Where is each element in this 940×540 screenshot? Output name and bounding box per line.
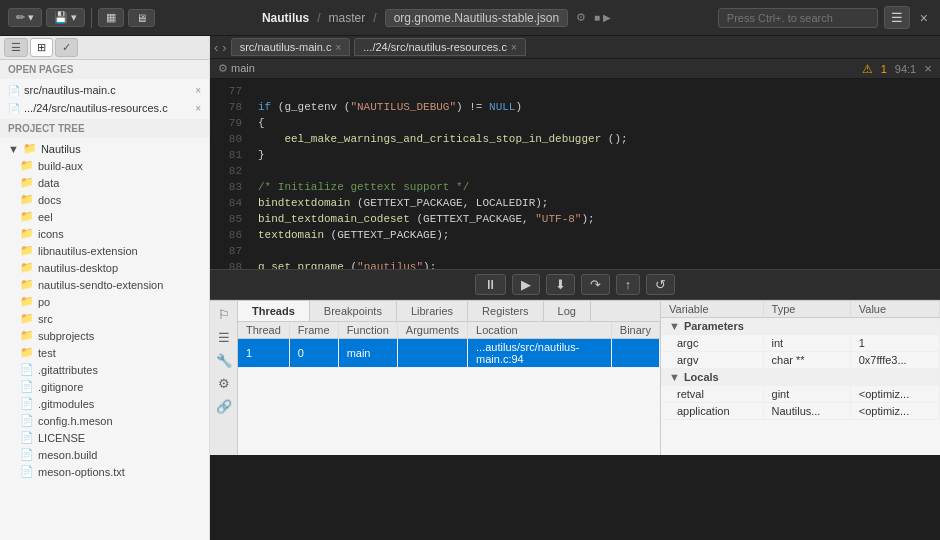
tree-item-gitmodules[interactable]: 📄 .gitmodules [0,395,209,412]
open-file-2[interactable]: 📄 .../24/src/nautilus-resources.c × [0,99,209,117]
file-tabs-bar: ‹ › src/nautilus-main.c × .../24/src/nau… [210,36,940,59]
debug-sidebar-icons: ⚐ ☰ 🔧 ⚙ 🔗 [210,301,238,455]
debug-play-button[interactable]: ▶ [512,274,540,295]
locals-section-row: ▼Locals [661,369,940,386]
save-dropdown-icon: ▾ [71,11,77,24]
tree-item-test[interactable]: 📁 test [0,344,209,361]
debug-tab-breakpoints[interactable]: Breakpoints [310,301,397,321]
tree-item-gitignore[interactable]: 📄 .gitignore [0,378,209,395]
code-editor[interactable]: 77787980 81828384 85868788 89909192 9394… [210,79,940,269]
tree-expand-arrow: ▼ [8,143,19,155]
file-tab-2[interactable]: .../24/src/nautilus-resources.c × [354,38,526,56]
debug-icon-btn-5[interactable]: 🔗 [214,397,234,416]
thread-location: ...autilus/src/nautilus-main.c:94 [468,339,612,368]
play-icon: ▶ [521,277,531,292]
file-icon-2: 📄 [8,103,20,114]
var-value-argc: 1 [850,335,939,352]
debug-restart-button[interactable]: ↺ [646,274,675,295]
pause-icon: ⏸ [484,277,497,292]
tree-item-meson-options[interactable]: 📄 meson-options.txt [0,463,209,480]
tree-item-config[interactable]: 📄 config.h.meson [0,412,209,429]
file-icon: 📄 [20,380,34,393]
tree-item-nautilus-desktop[interactable]: 📁 nautilus-desktop [0,259,209,276]
debug-icon-btn-2[interactable]: ☰ [216,328,232,347]
tree-item-gitattributes[interactable]: 📄 .gitattributes [0,361,209,378]
close-file-1[interactable]: × [195,85,201,96]
folder-icon: 📁 [20,329,34,342]
tree-item-label: config.h.meson [38,415,113,427]
tree-item-src[interactable]: 📁 src [0,310,209,327]
file-tab-2-label: .../24/src/nautilus-resources.c [363,41,507,53]
sidebar-tab-grid[interactable]: ⊞ [30,38,53,57]
menu-button[interactable]: ☰ [884,6,910,29]
debug-tab-log[interactable]: Log [544,301,591,321]
debug-step-out-button[interactable]: ↑ [616,274,641,295]
var-row-argc: argc int 1 [661,335,940,352]
file-icon: 📄 [20,465,34,478]
threads-table: Thread Frame Function Arguments Location… [238,322,660,368]
tree-item-icons[interactable]: 📁 icons [0,225,209,242]
tree-item-libnautilus[interactable]: 📁 libnautilus-extension [0,242,209,259]
line-numbers: 77787980 81828384 85868788 89909192 9394… [210,79,250,269]
close-file-2[interactable]: × [195,103,201,114]
step-into-icon: ⬇ [555,277,566,292]
col-function: Function [338,322,397,339]
tree-item-eel[interactable]: 📁 eel [0,208,209,225]
file-tab-1[interactable]: src/nautilus-main.c × [231,38,351,56]
tree-item-subprojects[interactable]: 📁 subprojects [0,327,209,344]
tree-item-label: .gitattributes [38,364,98,376]
debug-step-over-button[interactable]: ↷ [581,274,610,295]
code-area: ‹ › src/nautilus-main.c × .../24/src/nau… [210,36,940,540]
tree-item-nautilus-sendto[interactable]: 📁 nautilus-sendto-extension [0,276,209,293]
nav-forward-button[interactable]: › [222,40,226,55]
edit-dropdown-icon: ▾ [28,11,34,24]
run-controls: ■ ▶ [594,12,611,23]
global-search-input[interactable] [718,8,878,28]
debug-tab-registers[interactable]: Registers [468,301,543,321]
debug-step-into-button[interactable]: ⬇ [546,274,575,295]
debug-icon-btn-4[interactable]: ⚙ [216,374,232,393]
save-button[interactable]: 💾 ▾ [46,8,85,27]
file-icon: 📄 [20,363,34,376]
col-value: Value [850,301,939,318]
folder-icon: 📁 [20,244,34,257]
var-row-application: application Nautilus... <optimiz... [661,403,940,420]
debug-icon-btn-1[interactable]: ⚐ [216,305,232,324]
tree-item-label: meson-options.txt [38,466,125,478]
debug-tab-libraries[interactable]: Libraries [397,301,468,321]
monitor-button[interactable]: 🖥 [128,9,155,27]
close-editor-button[interactable]: × [924,61,932,76]
tree-item-meson-build[interactable]: 📄 meson.build [0,446,209,463]
code-content[interactable]: if (g_getenv ("NAUTILUS_DEBUG") != NULL)… [250,79,940,269]
debug-icon-btn-3[interactable]: 🔧 [214,351,234,370]
file-icon: 📄 [20,397,34,410]
sidebar-tab-list[interactable]: ☰ [4,38,28,57]
sidebar-tab-check[interactable]: ✓ [55,38,78,57]
open-filename-2: .../24/src/nautilus-resources.c [24,102,168,114]
thread-row-1[interactable]: 1 0 main ...autilus/src/nautilus-main.c:… [238,339,660,368]
open-file-1[interactable]: 📄 src/nautilus-main.c × [0,81,209,99]
debug-tabs: Threads Breakpoints Libraries Registers … [238,301,660,322]
col-type: Type [763,301,850,318]
layout-icon: ▦ [106,11,116,24]
edit-button[interactable]: ✏ ▾ [8,8,42,27]
tree-item-docs[interactable]: 📁 docs [0,191,209,208]
folder-icon: 📁 [20,176,34,189]
close-tab-1[interactable]: × [335,42,341,53]
tree-item-label: docs [38,194,61,206]
tree-item-data[interactable]: 📁 data [0,174,209,191]
debug-pause-button[interactable]: ⏸ [475,274,506,295]
tree-root-nautilus[interactable]: ▼ 📁 Nautilus [0,140,209,157]
close-window-button[interactable]: × [916,10,932,26]
tree-item-license[interactable]: 📄 LICENSE [0,429,209,446]
thread-frame: 0 [289,339,338,368]
nav-back-button[interactable]: ‹ [214,40,218,55]
tree-item-build-aux[interactable]: 📁 build-aux [0,157,209,174]
close-tab-2[interactable]: × [511,42,517,53]
layout-button[interactable]: ▦ [98,8,124,27]
thread-arguments [397,339,467,368]
debug-tab-threads[interactable]: Threads [238,301,310,321]
tree-item-po[interactable]: 📁 po [0,293,209,310]
tree-item-label: data [38,177,59,189]
var-type-retval: gint [763,386,850,403]
